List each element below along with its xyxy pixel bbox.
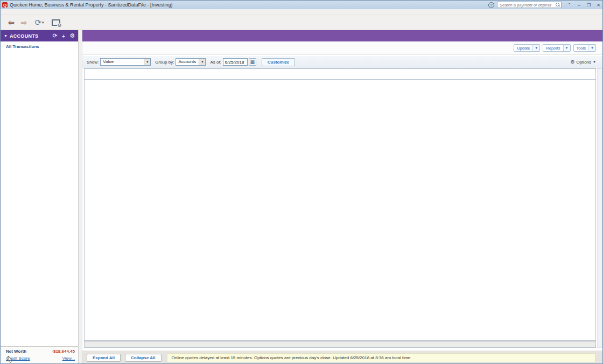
accounts-title: ACCOUNTS [10, 33, 48, 39]
action-buttons: Update▼ Reports▼ Tools▼ [511, 44, 596, 52]
chevron-down-icon[interactable]: ▼ [4, 34, 8, 38]
calendar-icon[interactable]: ▦ [249, 58, 256, 66]
global-search[interactable] [497, 2, 562, 8]
portfolio-filterbar: Show: Value▼ Group by: Accounts▼ As of: … [82, 56, 603, 68]
group-by-label: Group by: [155, 60, 174, 65]
view-link[interactable]: View... [62, 356, 75, 361]
net-worth-value: -$18,644.45 [52, 349, 75, 354]
accounts-header: ▼ ACCOUNTS ⟳ + ⚙ [1, 30, 78, 41]
forward-icon[interactable]: ⇨ [21, 18, 27, 27]
back-icon[interactable]: ⇦ [8, 18, 15, 27]
quicken-window: Q Quicken Home, Business & Rental Proper… [0, 0, 603, 364]
portfolio-footer: Expand All Collapse All Online quotes de… [82, 351, 603, 364]
collapse-all-button[interactable]: Collapse All [125, 354, 162, 362]
gear-icon: ⚙ [570, 59, 574, 65]
expand-all-button[interactable]: Expand All [87, 354, 121, 362]
show-dropdown[interactable]: Value▼ [100, 58, 151, 66]
investing-content: Update▼ Reports▼ Tools▼ Show: Value▼ Gro… [82, 30, 603, 364]
refresh-accounts-icon[interactable]: ⟳ [52, 32, 57, 39]
mouse-cursor [6, 355, 13, 363]
search-icon[interactable] [556, 3, 560, 7]
accounts-list: All Transactions [1, 41, 78, 346]
main-nav [82, 30, 603, 41]
investing-subtabs: Update▼ Reports▼ Tools▼ [82, 41, 603, 55]
quicken-logo-icon: Q [2, 2, 8, 8]
as-of-label: As of: [210, 60, 221, 65]
title-bar: Q Quicken Home, Business & Rental Proper… [1, 1, 603, 9]
window-title: Quicken Home, Business & Rental Property… [10, 2, 172, 8]
quotes-status-message: Online quotes delayed at least 15 minute… [167, 353, 595, 362]
table-scrollbar[interactable] [597, 68, 602, 348]
update-dropdown-icon[interactable]: ▾ [42, 20, 44, 25]
totals-row [84, 341, 596, 348]
close-button[interactable]: ✕ [594, 2, 603, 8]
all-transactions-link[interactable]: All Transactions [1, 41, 78, 51]
table-header [85, 69, 595, 80]
update-button[interactable]: Update▼ [514, 44, 540, 52]
credit-score-link[interactable]: Credit Score [6, 356, 62, 361]
reports-button[interactable]: Reports▼ [543, 44, 570, 52]
restore-button[interactable]: ❐ [584, 2, 593, 8]
accounts-settings-icon[interactable]: ⚙ [69, 32, 75, 39]
show-label: Show: [87, 60, 99, 65]
as-of-date-input[interactable] [223, 58, 248, 66]
portfolio-table [84, 68, 596, 341]
sidebar-scrollbar[interactable] [79, 30, 82, 364]
toolbar: ⇦ ⇨ ⟳ ▾ ⚙ [1, 15, 603, 30]
group-by-dropdown[interactable]: Accounts▼ [176, 58, 206, 66]
search-input[interactable] [499, 2, 556, 8]
customize-button[interactable]: Customize [262, 58, 295, 66]
help-icon[interactable]: ? [488, 2, 494, 8]
minimize-button[interactable]: – [574, 2, 584, 8]
mobile-sync-icon[interactable]: ⚙ [52, 19, 60, 26]
add-account-icon[interactable]: + [62, 33, 65, 39]
net-worth-label: Net Worth [6, 349, 52, 354]
tools-button[interactable]: Tools▼ [573, 44, 596, 52]
menu-bar [1, 9, 603, 15]
one-step-update-icon[interactable]: ⟳ [34, 18, 41, 27]
collapse-ribbon-button[interactable]: ⌃ [565, 2, 574, 8]
accounts-sidebar: ▼ ACCOUNTS ⟳ + ⚙ All Transactions Net Wo… [1, 30, 79, 364]
options-button[interactable]: ⚙ Options ▼ [570, 59, 596, 65]
